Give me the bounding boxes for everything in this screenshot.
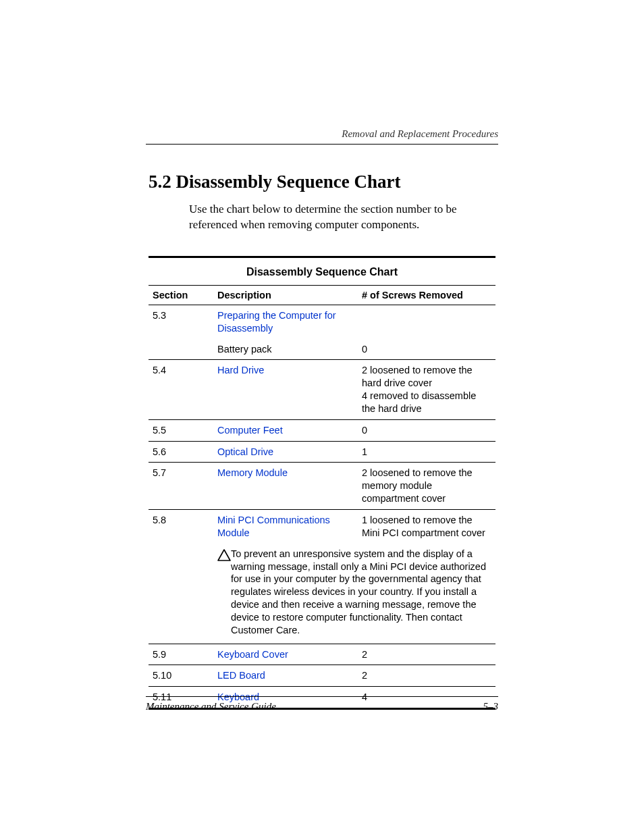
header-screws: # of Screws Removed	[358, 285, 495, 305]
table-row: 5.10 LED Board 2	[149, 665, 495, 687]
cell-screws: 1 loosened to remove the Mini PCI compar…	[358, 510, 495, 544]
table-row: 5.6 Optical Drive 1	[149, 441, 495, 463]
cell-section: 5.10	[149, 665, 213, 687]
intro-text: Use the chart below to determine the sec…	[189, 202, 495, 233]
svg-marker-0	[218, 550, 230, 561]
header-section: Section	[149, 285, 213, 305]
link-memory-module[interactable]: Memory Module	[217, 467, 288, 478]
link-keyboard-cover[interactable]: Keyboard Cover	[217, 649, 288, 660]
link-preparing-computer[interactable]: Preparing the Computer for Disassembly	[217, 310, 336, 334]
cell-section: 5.7	[149, 463, 213, 510]
table-row: 5.5 Computer Feet 0	[149, 419, 495, 441]
disassembly-chart: Disassembly Sequence Chart Section Descr…	[149, 256, 495, 710]
caution-icon	[217, 549, 231, 565]
table-row: 5.8 Mini PCI Communications Module 1 loo…	[149, 510, 495, 544]
cell-screws: 2 loosened to remove the memory module c…	[358, 463, 495, 510]
header-description: Description	[213, 285, 358, 305]
table-row: 5.4 Hard Drive 2 loosened to remove the …	[149, 360, 495, 419]
link-led-board[interactable]: LED Board	[217, 670, 265, 681]
cell-screws: 2 loosened to remove the hard drive cove…	[358, 360, 495, 419]
table-title: Disassembly Sequence Chart	[149, 258, 495, 285]
cell-section: 5.5	[149, 419, 213, 441]
link-hard-drive[interactable]: Hard Drive	[217, 365, 264, 375]
cell-screws: 2	[358, 665, 495, 687]
caution-text: To prevent an unresponsive system and th…	[231, 548, 491, 637]
table-row: Battery pack 0	[149, 339, 495, 360]
section-heading: 5.2 Disassembly Sequence Chart	[149, 172, 495, 192]
caution-row: To prevent an unresponsive system and th…	[149, 544, 495, 644]
cell-screws: 0	[358, 419, 495, 441]
cell-screws: 0	[358, 339, 495, 360]
cell-section: 5.3	[149, 305, 213, 338]
link-mini-pci[interactable]: Mini PCI Communications Module	[217, 515, 330, 538]
running-header: Removal and Replacement Procedures	[146, 128, 498, 145]
link-optical-drive[interactable]: Optical Drive	[217, 446, 273, 457]
page-number: 5–3	[483, 701, 499, 712]
link-computer-feet[interactable]: Computer Feet	[217, 425, 283, 436]
cell-screws: 1	[358, 441, 495, 463]
disassembly-table: Section Description # of Screws Removed …	[149, 285, 495, 710]
cell-screws: 2	[358, 644, 495, 665]
screws-line: 4 removed to disassemble the hard drive	[362, 390, 491, 415]
cell-screws	[358, 305, 495, 338]
table-row: 5.9 Keyboard Cover 2	[149, 644, 495, 665]
table-row: 5.7 Memory Module 2 loosened to remove t…	[149, 463, 495, 510]
cell-section: 5.4	[149, 360, 213, 419]
footer-title: Maintenance and Service Guide	[146, 701, 276, 712]
screws-line: 2 loosened to remove the hard drive cove…	[362, 364, 491, 390]
cell-description: Battery pack	[213, 339, 358, 360]
page-footer: Maintenance and Service Guide 5–3	[146, 696, 498, 712]
cell-section: 5.6	[149, 441, 213, 463]
cell-section: 5.8	[149, 510, 213, 544]
cell-section: 5.9	[149, 644, 213, 665]
table-row: 5.3 Preparing the Computer for Disassemb…	[149, 305, 495, 338]
